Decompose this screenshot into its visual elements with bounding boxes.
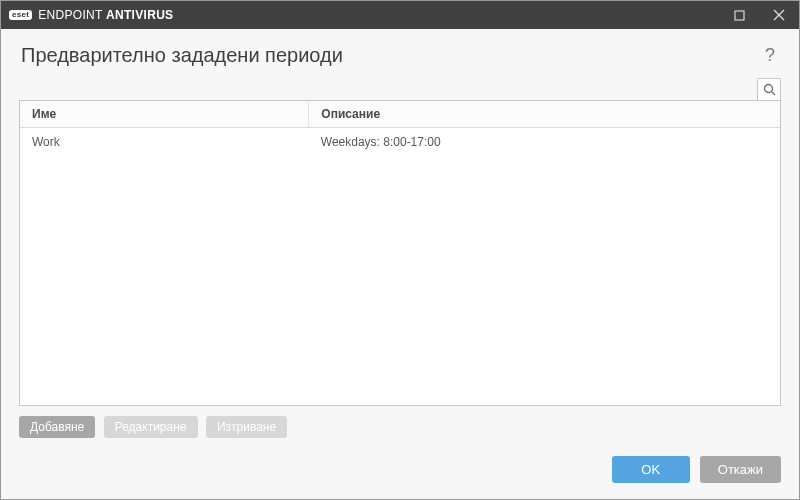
- dialog-footer: OK Откажи: [1, 442, 799, 499]
- window-controls: [719, 1, 799, 29]
- close-icon: [773, 9, 785, 21]
- page-header: Предварително зададени периоди ?: [1, 29, 799, 78]
- cell-name: Work: [20, 128, 309, 157]
- table-actions: Добавяне Редактиране Изтриване: [19, 406, 781, 442]
- content-area: Име Описание Work Weekdays: 8:00-17:00 Д…: [1, 78, 799, 442]
- page-title: Предварително зададени периоди: [21, 44, 343, 67]
- help-button[interactable]: ?: [761, 43, 779, 68]
- product-name-bold: ANTIVIRUS: [106, 8, 173, 22]
- periods-table: Име Описание Work Weekdays: 8:00-17:00: [20, 101, 780, 156]
- edit-button[interactable]: Редактиране: [104, 416, 198, 438]
- column-header-name[interactable]: Име: [20, 101, 309, 128]
- brand-badge: eset: [9, 10, 32, 20]
- maximize-button[interactable]: [719, 1, 759, 29]
- close-button[interactable]: [759, 1, 799, 29]
- svg-rect-0: [735, 11, 744, 20]
- cancel-button[interactable]: Откажи: [700, 456, 781, 483]
- periods-table-container: Име Описание Work Weekdays: 8:00-17:00: [19, 100, 781, 406]
- delete-button[interactable]: Изтриване: [206, 416, 287, 438]
- search-button[interactable]: [757, 78, 781, 100]
- titlebar: eset ENDPOINT ANTIVIRUS: [1, 1, 799, 29]
- ok-button[interactable]: OK: [612, 456, 690, 483]
- product-name: ENDPOINT ANTIVIRUS: [38, 8, 173, 22]
- app-window: eset ENDPOINT ANTIVIRUS Предварително за…: [0, 0, 800, 500]
- product-name-light: ENDPOINT: [38, 8, 106, 22]
- table-row[interactable]: Work Weekdays: 8:00-17:00: [20, 128, 780, 157]
- search-row: [19, 78, 781, 100]
- svg-line-4: [771, 92, 775, 96]
- cell-description: Weekdays: 8:00-17:00: [309, 128, 780, 157]
- column-header-description[interactable]: Описание: [309, 101, 780, 128]
- add-button[interactable]: Добавяне: [19, 416, 95, 438]
- table-header-row: Име Описание: [20, 101, 780, 128]
- svg-point-3: [764, 85, 772, 93]
- maximize-icon: [734, 10, 745, 21]
- search-icon: [763, 83, 776, 96]
